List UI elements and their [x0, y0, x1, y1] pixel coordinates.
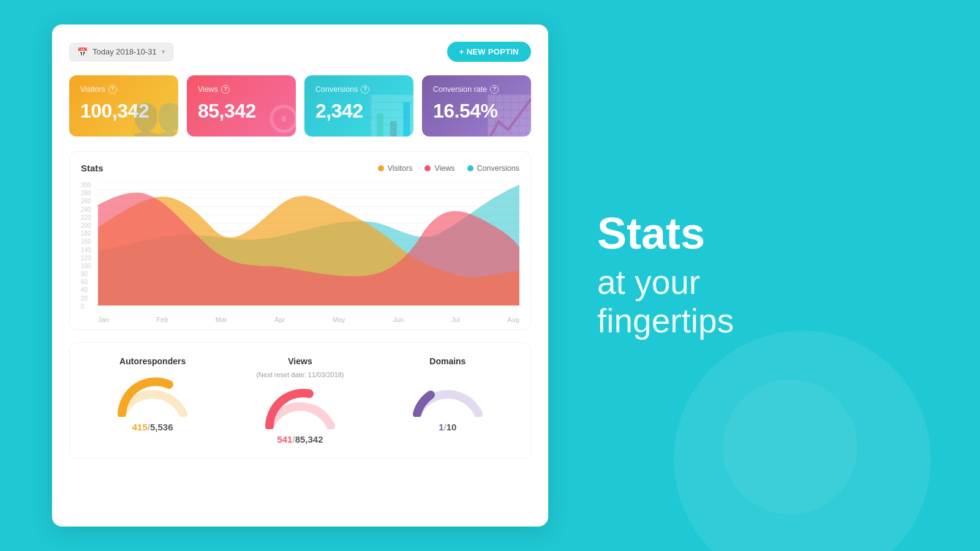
stat-card-visitors: Visitors ? 100,342 👥 — [69, 75, 178, 137]
y-240: 240 — [81, 206, 98, 213]
gauge-domains-value: 1/10 — [439, 422, 456, 432]
legend-dot-views — [424, 165, 431, 171]
gauge-autoresponders-chart — [113, 371, 192, 417]
y-100: 100 — [81, 263, 98, 269]
legend-views: Views — [424, 164, 454, 173]
legend-label-conversions: Conversions — [477, 164, 519, 173]
stat-card-conversion-rate: Conversion rate ? 16.54% 📈 — [422, 75, 531, 137]
bg-circle-1 — [674, 331, 931, 551]
gauge-views-subtitle: (Next reset date: 11/03/2018) — [256, 371, 344, 378]
x-feb: Feb — [156, 316, 168, 323]
right-subheading: at your fingertips — [597, 263, 943, 341]
dashboard-panel: 📅 Today 2018-10-31 ▾ + NEW POPTIN Visito… — [52, 24, 548, 527]
y-300: 300 — [81, 182, 98, 189]
x-may: May — [333, 316, 345, 323]
y-120: 120 — [81, 255, 98, 261]
right-text-panel: Stats at your fingertips — [548, 211, 980, 340]
stat-card-views: Views ? 85,342 ⊙ — [187, 75, 296, 137]
conversions-bg-icon: 📊 — [366, 92, 413, 137]
stat-card-conversions: Conversions ? 2,342 📊 — [304, 75, 413, 137]
gauge-autoresponders: Autoresponders 415/5,536 — [113, 356, 192, 432]
chevron-down-icon: ▾ — [162, 48, 165, 56]
stat-cards: Visitors ? 100,342 👥 Views ? 85,342 ⊙ Co… — [69, 75, 531, 137]
gauge-autoresponders-title: Autoresponders — [119, 356, 186, 366]
gauge-autoresponders-value: 415/5,536 — [132, 422, 173, 432]
stats-section: Stats Visitors Views Conversions — [69, 151, 531, 330]
gauge-domains: Domains 1/10 — [408, 356, 488, 432]
y-60: 60 — [81, 279, 98, 285]
views-bg-icon: ⊙ — [266, 92, 296, 137]
legend-conversions: Conversions — [467, 164, 519, 173]
gauge-views-value: 541/85,342 — [277, 434, 323, 444]
x-apr: Apr — [274, 316, 285, 323]
legend-label-visitors: Visitors — [388, 164, 413, 173]
gauge-views-chart — [260, 383, 340, 429]
date-picker-label: Today 2018-10-31 — [92, 47, 157, 56]
x-jan: Jan — [98, 316, 109, 323]
y-0: 0 — [81, 303, 98, 310]
y-260: 260 — [81, 198, 98, 204]
x-jul: Jul — [451, 316, 460, 323]
y-40: 40 — [81, 287, 98, 293]
legend-dot-conversions — [467, 165, 473, 171]
y-160: 160 — [81, 238, 98, 245]
y-280: 280 — [81, 190, 98, 197]
gauge-views-title: Views — [288, 356, 312, 366]
cr-bg-icon: 📈 — [484, 92, 531, 137]
x-jun: Jun — [393, 316, 404, 323]
heading-stats: Stats — [597, 209, 705, 258]
y-140: 140 — [81, 247, 98, 253]
chart-area: Jan Feb Mar Apr May Jun Jul Aug — [98, 182, 519, 323]
gauge-domains-title: Domains — [429, 356, 466, 366]
y-20: 20 — [81, 295, 98, 302]
visitors-bg-icon: 👥 — [131, 92, 178, 137]
help-icon-views[interactable]: ? — [221, 85, 230, 94]
legend-visitors: Visitors — [378, 164, 413, 173]
chart-svg — [98, 182, 519, 313]
new-poptin-button[interactable]: + NEW POPTIN — [447, 42, 531, 62]
calendar-icon: 📅 — [77, 47, 88, 57]
y-200: 200 — [81, 222, 98, 229]
stats-title: Stats — [81, 163, 104, 173]
x-mar: Mar — [216, 316, 227, 323]
y-80: 80 — [81, 271, 98, 277]
bg-circle-2 — [723, 380, 858, 514]
gauge-views: Views (Next reset date: 11/03/2018) 541/… — [256, 356, 344, 444]
gauge-autoresponders-svg — [113, 371, 192, 417]
help-icon-visitors[interactable]: ? — [108, 85, 117, 94]
gauges-section: Autoresponders 415/5,536 Views (Next res… — [69, 342, 531, 459]
gauge-views-svg — [260, 383, 340, 429]
chart-legend: Visitors Views Conversions — [378, 164, 519, 173]
header-row: 📅 Today 2018-10-31 ▾ + NEW POPTIN — [69, 42, 531, 62]
legend-label-views: Views — [434, 164, 454, 173]
right-heading: Stats — [597, 211, 943, 257]
y-180: 180 — [81, 230, 98, 237]
y-220: 220 — [81, 214, 98, 221]
x-axis: Jan Feb Mar Apr May Jun Jul Aug — [98, 313, 519, 323]
x-aug: Aug — [507, 316, 519, 323]
main-container: 📅 Today 2018-10-31 ▾ + NEW POPTIN Visito… — [0, 0, 980, 551]
legend-dot-visitors — [378, 165, 384, 171]
stats-header: Stats Visitors Views Conversions — [81, 163, 519, 173]
gauge-domains-svg — [408, 371, 488, 417]
gauge-domains-chart — [408, 371, 488, 417]
date-picker-button[interactable]: 📅 Today 2018-10-31 ▾ — [69, 43, 173, 61]
